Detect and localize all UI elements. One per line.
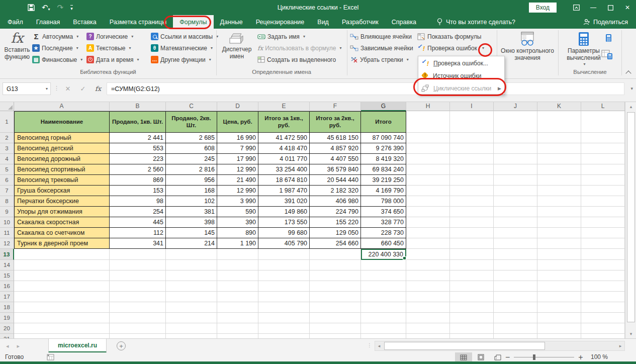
cell-L16[interactable] [581,281,625,292]
save-icon[interactable] [28,4,35,11]
cell-G12[interactable]: 660 450 [361,238,406,249]
cell-E12[interactable]: 405 790 [258,238,310,249]
cell-B20[interactable] [110,323,166,334]
row-header-21[interactable]: 21 [0,334,14,338]
cell-C17[interactable] [166,292,217,302]
cell-L7[interactable] [581,186,625,196]
cell-J13[interactable] [494,249,537,260]
cell-L13[interactable] [581,249,625,260]
cell-H5[interactable] [406,164,450,175]
macro-record-icon[interactable] [47,354,54,360]
column-header-H[interactable]: H [406,102,450,111]
page-layout-view-button[interactable] [472,352,489,362]
cell-H16[interactable] [406,281,450,292]
redo-button[interactable]: ↷ [57,3,64,12]
cell-K5[interactable] [537,164,581,175]
cell-F13[interactable] [310,249,361,260]
cell-E8[interactable]: 391 020 [258,196,310,207]
cell-E11[interactable]: 99 680 [258,228,310,238]
lookup-reference-button[interactable]: Ссылки и массивы [151,31,218,42]
cell-H10[interactable] [406,217,450,228]
cell-A13[interactable] [14,249,110,260]
cell-A19[interactable] [14,313,110,323]
menu-item-circular-references[interactable]: Циклические ссылки ▶ [418,82,504,95]
cell-A6[interactable]: Велосипед трековый [14,175,110,186]
cell-K16[interactable] [537,281,581,292]
cell-H19[interactable] [406,313,450,323]
cell-G7[interactable]: 4 169 790 [361,186,406,196]
horizontal-scrollbar[interactable]: ◂ ▸ [375,341,625,351]
zoom-out-icon[interactable]: − [505,353,510,362]
cell-A15[interactable] [14,270,110,281]
undo-button[interactable]: ↶▾ [42,3,50,12]
cell-B7[interactable]: 153 [110,186,166,196]
row-header-7[interactable]: 7 [0,186,14,196]
tell-me-box[interactable]: Что вы хотите сделать? [437,15,515,29]
cell-B11[interactable]: 112 [110,228,166,238]
cell-C4[interactable]: 245 [166,154,217,164]
page-break-view-button[interactable] [489,352,506,362]
insert-function-fx-button[interactable]: fx [90,85,106,93]
cell-B4[interactable]: 223 [110,154,166,164]
autosum-button[interactable]: ΣАвтосумма [32,31,82,42]
cell-I14[interactable] [450,260,494,270]
zoom-level[interactable]: 100 % [591,353,608,360]
cell-H4[interactable] [406,154,450,164]
tab-insert[interactable]: Вставка [66,15,103,29]
cell-J6[interactable] [494,175,537,186]
cell-J17[interactable] [494,292,537,302]
cell-D19[interactable] [217,313,258,323]
cell-L21[interactable] [581,334,625,338]
cell-C3[interactable]: 608 [166,143,217,154]
cell-L17[interactable] [581,292,625,302]
cell-G20[interactable] [361,323,406,334]
cell-D3[interactable]: 7 990 [217,143,258,154]
cell-I6[interactable] [450,175,494,186]
cell-C11[interactable]: 145 [166,228,217,238]
cell-D18[interactable] [217,302,258,313]
cell-C19[interactable] [166,313,217,323]
cell-I18[interactable] [450,302,494,313]
cell-L20[interactable] [581,323,625,334]
cell-D6[interactable]: 21 490 [217,175,258,186]
cell-E16[interactable] [258,281,310,292]
cell-H8[interactable] [406,196,450,207]
row-header-5[interactable]: 5 [0,164,14,175]
tab-home[interactable]: Главная [30,15,67,29]
cell-I17[interactable] [450,292,494,302]
ribbon-display-options-button[interactable] [568,0,585,15]
cancel-button[interactable]: ✕ [60,85,75,93]
cell-F8[interactable]: 406 980 [310,196,361,207]
cell-F11[interactable]: 129 050 [310,228,361,238]
tab-splitter[interactable]: ⋮ [367,342,372,348]
row-header-19[interactable]: 19 [0,313,14,323]
row-header-4[interactable]: 4 [0,154,14,164]
error-checking-dropdown-icon[interactable]: ▾ [482,46,484,50]
create-from-selection-button[interactable]: Создать из выделенного [257,54,342,65]
cell-I3[interactable] [450,143,494,154]
cell-F14[interactable] [310,260,361,270]
cell-K21[interactable] [537,334,581,338]
cell-E19[interactable] [258,313,310,323]
name-box[interactable]: G13 ▾ [3,82,51,95]
scroll-left-icon[interactable]: ◂ [375,341,383,350]
cell-J10[interactable] [494,217,537,228]
cell-G11[interactable]: 228 730 [361,228,406,238]
cell-E13[interactable] [258,249,310,260]
cell-K20[interactable] [537,323,581,334]
cell-H21[interactable] [406,334,450,338]
cell-H6[interactable] [406,175,450,186]
cell-G18[interactable] [361,302,406,313]
column-header-J[interactable]: J [494,102,537,111]
expand-formula-bar-icon[interactable]: ▾ [630,86,633,91]
cell-J18[interactable] [494,302,537,313]
cell-A14[interactable] [14,260,110,270]
row-header-9[interactable]: 9 [0,207,14,217]
cell-D1[interactable]: Цена, руб. [217,111,258,133]
cell-C5[interactable]: 2 816 [166,164,217,175]
row-header-15[interactable]: 15 [0,270,14,281]
cell-F1[interactable]: Итого за 2кв., руб. [310,111,361,133]
cell-E5[interactable]: 33 254 400 [258,164,310,175]
cell-B13[interactable] [110,249,166,260]
cell-H9[interactable] [406,207,450,217]
